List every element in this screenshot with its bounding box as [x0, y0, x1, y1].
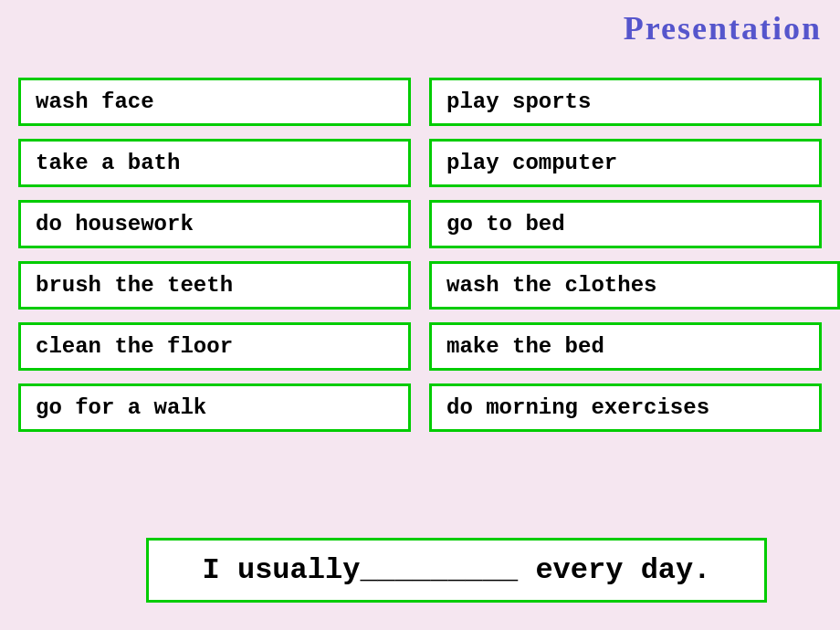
sentence-box: I usually_________ every day.: [146, 538, 767, 603]
phrase-play-computer: play computer: [429, 139, 822, 187]
phrase-make-the-bed: make the bed: [429, 322, 822, 371]
phrase-wash-face: wash face: [18, 78, 411, 126]
phrase-take-a-bath: take a bath: [18, 139, 411, 187]
right-column: play sports play computer go to bed wash…: [429, 78, 822, 432]
phrase-clean-the-floor: clean the floor: [18, 322, 411, 371]
phrase-do-housework: do housework: [18, 200, 411, 248]
phrase-do-morning-exercises: do morning exercises: [429, 383, 822, 432]
title: Presentation: [624, 9, 822, 47]
phrase-go-to-bed: go to bed: [429, 200, 822, 248]
phrase-play-sports: play sports: [429, 78, 822, 126]
phrase-brush-the-teeth: brush the teeth: [18, 261, 411, 310]
phrase-go-for-a-walk: go for a walk: [18, 383, 411, 432]
phrase-wash-the-clothes: wash the clothes: [429, 261, 840, 310]
left-column: wash face take a bath do housework brush…: [18, 78, 411, 432]
